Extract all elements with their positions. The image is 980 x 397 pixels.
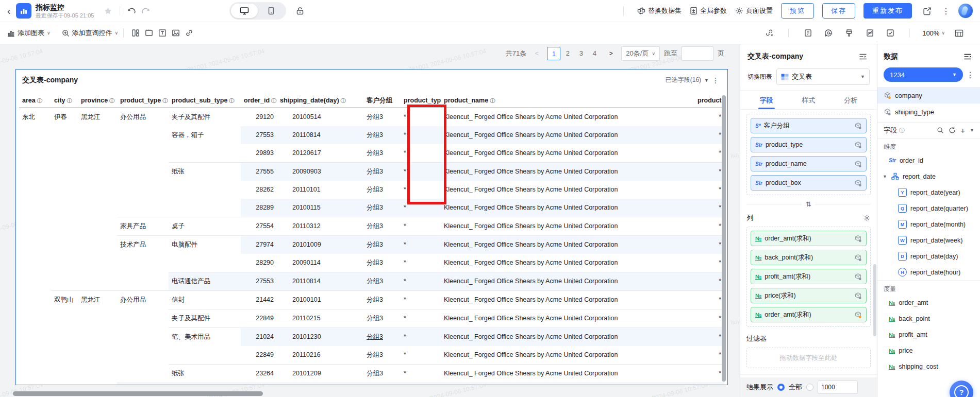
batch-select-icon[interactable]	[884, 26, 897, 40]
user-avatar[interactable]	[958, 4, 973, 18]
dataset-table-company[interactable]: company	[877, 87, 980, 103]
refresh-fields-icon[interactable]	[949, 127, 956, 134]
dimension-field-report_date(hour)[interactable]: Hreport_date(hour)	[877, 264, 980, 280]
dimension-field-report_date[interactable]: ▼report_date	[877, 168, 980, 184]
dimension-field-report_date(day)[interactable]: Dreport_date(day)	[877, 248, 980, 264]
result-limit-radio[interactable]	[806, 384, 813, 391]
more-menu-icon[interactable]: ⋮	[712, 76, 719, 84]
field-chip[interactable]: Strproduct_box	[751, 175, 867, 191]
field-chip[interactable]: №profit_amt(求和)	[751, 269, 867, 284]
field-chip[interactable]: №order_amt(求和)	[751, 307, 867, 322]
tab-style[interactable]: 样式	[788, 91, 830, 109]
device-toggle[interactable]	[229, 2, 286, 20]
add-query-control-button[interactable]: 添加查询控件∨	[62, 28, 119, 38]
replace-dataset-button[interactable]: 替换数据集	[637, 6, 682, 15]
dataset-more-icon[interactable]: ⋮	[966, 70, 974, 80]
hide-component-icon[interactable]	[863, 26, 876, 40]
measure-field-order_amt[interactable]: №order_amt	[877, 295, 980, 310]
desktop-view-icon[interactable]	[231, 4, 258, 18]
column-header-6[interactable]: shipping_date(day)ⓘ	[277, 93, 363, 108]
image-widget-icon[interactable]	[169, 26, 182, 40]
jump-page-input[interactable]	[682, 46, 713, 61]
dimension-field-report_date(week)[interactable]: Wreport_date(week)	[877, 232, 980, 248]
back-icon[interactable]: ‹	[7, 6, 11, 16]
add-field-icon[interactable]: +	[960, 126, 965, 135]
page-number-1[interactable]: 1	[547, 47, 560, 60]
share-icon[interactable]	[920, 4, 934, 18]
field-chip[interactable]: №price(求和)	[751, 288, 867, 303]
dataset-table-shiiping_type[interactable]: shiiping_type	[877, 103, 980, 120]
column-header-2[interactable]: provinceⓘ	[78, 93, 117, 108]
dimension-field-report_date(year)[interactable]: Yreport_date(year)	[877, 184, 980, 200]
page-number-3[interactable]: 3	[575, 47, 587, 59]
zoom-level-select[interactable]: 100%∨	[922, 29, 945, 37]
column-header-7[interactable]: 客户分组	[363, 93, 401, 108]
tab-fields[interactable]: 字段	[745, 91, 788, 109]
dataset-select[interactable]: 1234 ▼	[884, 67, 963, 82]
dimension-field-report_date(quarter)[interactable]: Qreport_date(quarter)	[877, 200, 980, 216]
measure-field-price[interactable]: №price	[877, 342, 980, 358]
measure-field-shipping_cost[interactable]: №shipping_cost	[877, 358, 980, 374]
field-chip[interactable]: №order_amt(求和)	[751, 231, 867, 246]
columns-gear-icon[interactable]	[863, 214, 871, 222]
page-number-2[interactable]: 2	[561, 47, 574, 59]
dimension-field-report_date(month)[interactable]: Mreport_date(month)	[877, 216, 980, 232]
table-vertical-scrollbar[interactable]	[722, 95, 726, 382]
comment-icon[interactable]	[822, 26, 835, 40]
column-header-3[interactable]: product_typeⓘ	[117, 93, 169, 108]
component-layout-icon[interactable]	[129, 26, 142, 40]
measure-field-back_point[interactable]: №back_point	[877, 310, 980, 326]
column-header-0[interactable]: areaⓘ	[19, 93, 51, 108]
redo-icon[interactable]	[139, 4, 152, 18]
undo-icon[interactable]	[125, 4, 139, 18]
note-icon[interactable]	[801, 26, 815, 40]
collapse-data-panel-icon[interactable]	[961, 50, 974, 63]
field-chip[interactable]: Strproduct_type	[751, 137, 867, 152]
chevron-down-icon[interactable]: ▼	[970, 128, 974, 133]
column-fields-zone[interactable]: №order_amt(求和)№back_point(求和)№profit_amt…	[746, 227, 871, 327]
star-favorite-icon[interactable]	[101, 4, 114, 18]
add-chart-button[interactable]: 添加图表∨	[7, 28, 51, 38]
column-header-4[interactable]: product_sub_typeⓘ	[169, 93, 241, 108]
column-header-10[interactable]: product.	[694, 93, 724, 108]
field-chip[interactable]: №back_point(求和)	[751, 250, 867, 265]
preview-button[interactable]: 预览	[781, 3, 814, 19]
filter-drop-zone[interactable]: 拖动数据字段至此处	[746, 348, 871, 368]
linkage-setting-icon[interactable]	[762, 26, 776, 40]
format-brush-icon[interactable]	[842, 26, 856, 40]
republish-button[interactable]: 重新发布	[863, 3, 912, 19]
lock-icon[interactable]	[293, 4, 307, 18]
measure-field-profit_amt[interactable]: №profit_amt	[877, 326, 980, 342]
search-fields-icon[interactable]	[937, 127, 944, 134]
dimension-field-order_id[interactable]: Strorder_id	[877, 152, 980, 168]
global-params-button[interactable]: 全局参数	[690, 6, 727, 15]
more-menu-icon[interactable]: ⋮	[942, 6, 950, 16]
save-button[interactable]: 保存	[822, 3, 855, 19]
canvas-horizontal-scrollbar[interactable]	[13, 391, 263, 396]
selected-fields-control[interactable]: 已选字段(16) ▼ ⋮	[666, 76, 719, 84]
column-header-1[interactable]: cityⓘ	[51, 93, 78, 108]
dashboard-canvas[interactable]: liuyl881001 2024-09-06 10:57:04liuyl8810…	[0, 44, 740, 397]
result-limit-input[interactable]	[818, 381, 858, 394]
column-header-5[interactable]: order_idⓘ	[241, 93, 277, 108]
chart-type-select[interactable]: 交叉表 ▼	[776, 68, 870, 85]
field-chip[interactable]: S*客户分组	[751, 118, 867, 133]
tab-container-icon[interactable]	[142, 26, 156, 40]
link-widget-icon[interactable]	[182, 26, 196, 40]
help-button[interactable]: ?	[950, 381, 973, 397]
mobile-view-icon[interactable]	[258, 4, 285, 18]
prev-page-icon[interactable]: <	[530, 47, 543, 60]
page-number-4[interactable]: 4	[588, 47, 601, 59]
text-widget-icon[interactable]	[156, 26, 169, 40]
collapse-panel-icon[interactable]	[856, 50, 870, 63]
page-settings-button[interactable]: 页面设置	[735, 6, 773, 15]
field-chip[interactable]: Strproduct_name	[751, 156, 867, 171]
widget-panel-toggle-icon[interactable]	[952, 26, 966, 40]
row-fields-zone[interactable]: S*客户分组Strproduct_typeStrproduct_nameStrp…	[746, 114, 871, 195]
column-header-9[interactable]: product_nameⓘ	[441, 93, 694, 108]
config-scrollbar[interactable]	[873, 264, 876, 336]
tab-analysis[interactable]: 分析	[829, 91, 872, 109]
cross-table-widget[interactable]: 交叉表-company 已选字段(16) ▼ ⋮ areaⓘcityⓘprovi…	[15, 69, 728, 385]
expand-caret-icon[interactable]: ▼	[883, 174, 888, 179]
next-page-icon[interactable]: >	[605, 47, 617, 60]
